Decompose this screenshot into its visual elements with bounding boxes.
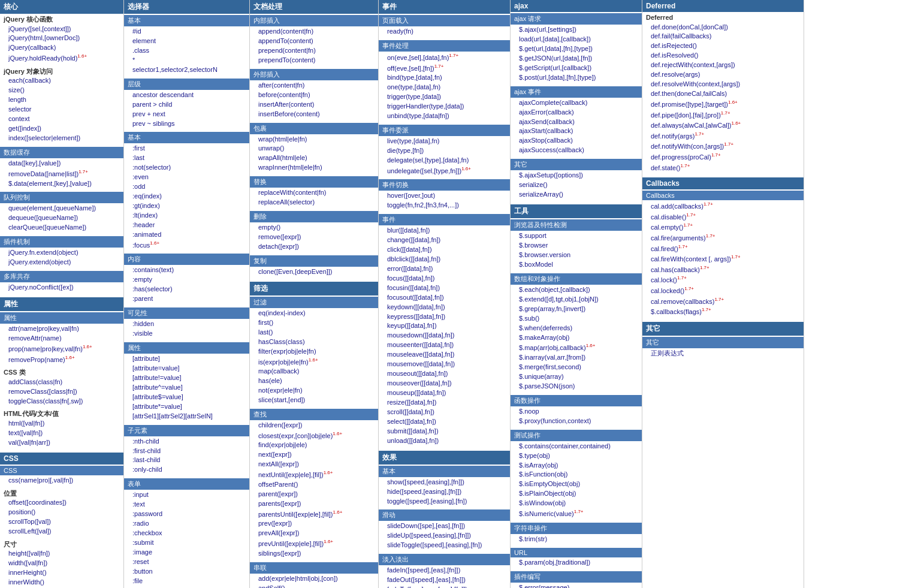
group-label-12: 位置	[4, 489, 120, 499]
sub-header-5: 数组和对象操作	[511, 273, 642, 285]
list-item: cal.lock()1.7+	[646, 275, 800, 285]
content-block-1: ancestor descendantparent > childprev + …	[124, 90, 249, 131]
list-item: [attribute=value]	[128, 364, 246, 373]
content-block-11: css(name|pro|[,val|fn])	[0, 475, 123, 488]
list-item: cal.empty()1.7+	[646, 222, 800, 233]
list-item: delegate(sel,[type],[data],fn)	[382, 156, 506, 165]
list-item: def.isRejected()	[646, 41, 800, 51]
list-item: cal.fireWith(context [, args])1.7+	[646, 254, 800, 264]
list-item: cal.disable()1.7+	[646, 212, 800, 222]
list-item: prev + next	[128, 110, 246, 119]
list-item: $.grep(array,fn,[invert])	[514, 304, 638, 314]
sub-header-7: 表单	[124, 478, 249, 490]
list-item: #id	[128, 27, 246, 37]
content-block-5: clone([Even,[deepEven]])	[250, 267, 378, 279]
content-block-4: empty()remove([expr])detach([expr])	[250, 222, 378, 254]
sub-header-2: 数据缓存	[0, 147, 123, 158]
list-item: def.isResolved()	[646, 51, 800, 61]
content-block-0: append(content|fn)appendTo(content)prepe…	[250, 26, 378, 68]
list-item: eq(index|-index)	[253, 309, 375, 318]
list-item: last()	[253, 328, 375, 337]
section-header-3: 工具	[511, 204, 642, 218]
column-core: 核心jQuery 核心函数jQuery([sel,[context]])jQue…	[0, 0, 124, 588]
list-item: selector	[4, 105, 120, 114]
list-item: :submit	[128, 538, 246, 548]
list-item: keydown([[data],fn])	[382, 303, 506, 312]
list-item: 正则表达式	[646, 349, 800, 358]
column-docmanip: 文档处理内部插入append(content|fn)appendTo(conte…	[250, 0, 379, 588]
content-block-2: wrap(html|ele|fn)unwrap()wrapAll(html|el…	[250, 134, 378, 176]
list-item: has(ele)	[253, 376, 375, 386]
content-block-0: Deferreddef.done(donCal,[donCal])def.fai…	[642, 12, 804, 175]
list-item: mouseover([[data],fn])	[382, 379, 506, 388]
list-item: before(content|fn)	[253, 91, 375, 100]
list-item: :not(selector)	[128, 163, 246, 173]
list-item: prev ~ siblings	[128, 119, 246, 129]
sub-header-2: 基本	[124, 132, 249, 143]
list-item: serialize()	[514, 180, 638, 190]
list-item: wrap(html|ele|fn)	[253, 135, 375, 144]
list-item: undelegate([sel,[type,fn]])1.6+	[382, 165, 506, 176]
list-item: cal.has(callback)1.7+	[646, 264, 800, 275]
list-item: $.when(deferreds)	[514, 324, 638, 333]
sub-header-6: 函数操作	[511, 395, 642, 406]
list-item: $.ajaxSetup([options])	[514, 171, 638, 180]
list-item: :odd	[128, 182, 246, 192]
list-item: focus([[data],fn])	[382, 274, 506, 284]
list-item: not(expr|ele|fn)	[253, 386, 375, 396]
list-item: offsetParent()	[253, 480, 375, 490]
sub-header-1: 外部插入	[250, 69, 378, 80]
list-item: jQuery.holdReady(hold)1.6+	[4, 53, 120, 64]
sub-header-7: 属性	[0, 312, 123, 324]
list-item: scroll([[data],fn])	[382, 408, 506, 417]
column-deferred: DeferredDeferreddef.done(donCal,[donCal]…	[642, 0, 804, 588]
sub-header-4: 可见性	[124, 307, 249, 319]
sub-header-3: 内容	[124, 254, 249, 265]
list-item: jQuery.extend(object)	[4, 258, 120, 267]
column-header-docmanip: 文档处理	[250, 0, 378, 14]
sub-header-2: 事件委派	[379, 125, 510, 136]
content-block-5: $.each(object,[callback])$.extend([d],tg…	[511, 285, 642, 394]
list-item: def.resolveWith(context,[args])	[646, 80, 800, 89]
list-item: :hidden	[128, 319, 246, 329]
list-item: toggleClass(class|fn[,sw])	[4, 397, 120, 406]
sub-header-7: 测试操作	[511, 430, 642, 441]
group-label-0: jQuery 核心函数	[4, 14, 120, 25]
list-item: [attribute]	[128, 354, 246, 364]
list-item: find(expr|obj|ele)	[253, 441, 375, 450]
group-label-9: HTML代码/文本/值	[4, 409, 120, 419]
section-header-1: Callbacks	[642, 177, 804, 189]
list-item: height([val|fn])	[4, 549, 120, 559]
group-label-0: Deferred	[646, 13, 800, 23]
content-block-6: :nth-child:first-child:last-child:only-c…	[124, 436, 249, 478]
list-item: $.merge(first,second)	[514, 363, 638, 372]
list-item: $.sub()	[514, 314, 638, 324]
list-item: def.fail(failCallbacks)	[646, 32, 800, 41]
list-item: error([[data],fn])	[382, 264, 506, 274]
sub-header-2: 其它	[511, 159, 642, 170]
list-item: parent([expr])	[253, 490, 375, 499]
list-item: $.error(message)	[514, 583, 638, 588]
list-item: appendTo(content)	[253, 37, 375, 46]
list-item: mouseenter([[data],fn])	[382, 340, 506, 350]
list-item: [attribute^=value]	[128, 383, 246, 393]
list-item: prependTo(content)	[253, 56, 375, 65]
list-item: $.contains(container,contained)	[514, 442, 638, 451]
list-item: ajaxSuccess(callback)	[514, 146, 638, 155]
list-item: $.getScript(url,[callback])	[514, 64, 638, 73]
list-item: hasClass(class)	[253, 337, 375, 347]
sub-header-5: 属性	[124, 342, 249, 354]
list-item: remove([expr])	[253, 233, 375, 242]
list-item: :button	[128, 567, 246, 577]
list-item: :eq(index)	[128, 192, 246, 201]
list-item: :header	[128, 221, 246, 230]
content-block-2: cal.add(callbacks)1.7+cal.disable()1.7+c…	[642, 200, 804, 319]
list-item: parent > child	[128, 100, 246, 110]
content-block-3: :contains(text):empty:has(selector):pare…	[124, 265, 249, 306]
content-block-4: jQuery.fn.extend(object)jQuery.extend(ob…	[0, 248, 123, 270]
list-item: innerWidth()	[4, 578, 120, 587]
sub-header-8: 字符串操作	[511, 523, 642, 534]
list-item: serializeArray()	[514, 190, 638, 200]
list-item: replaceAll(selector)	[253, 198, 375, 207]
list-item: def.notifyWith(con,[args])1.7+	[646, 141, 800, 152]
